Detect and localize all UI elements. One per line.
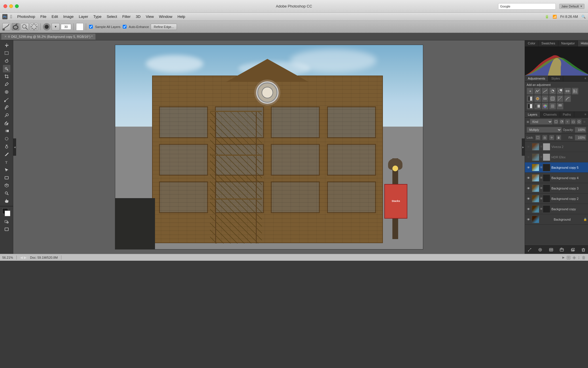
filter-pixel-icon[interactable] (553, 119, 559, 124)
brush-tool[interactable] (3, 96, 10, 104)
bottom-adj-icon[interactable]: ⊞ (566, 254, 571, 261)
new-layer-btn[interactable] (570, 247, 576, 253)
quick-selection-btn[interactable] (21, 23, 29, 31)
menu-select[interactable]: Select (104, 14, 119, 19)
menu-photoshop[interactable]: Photoshop (15, 14, 37, 19)
menu-3d[interactable]: 3D (133, 14, 143, 19)
rectangle-tool[interactable] (3, 174, 10, 181)
gradient-tool[interactable] (3, 127, 10, 135)
lock-image-btn[interactable] (542, 135, 547, 140)
adj-gradient-map[interactable] (534, 103, 541, 110)
panel-collapse-right[interactable]: ▶ (522, 138, 525, 156)
channels-tab[interactable]: Channels (540, 112, 560, 117)
color-swatches[interactable] (2, 208, 11, 217)
add-mask-btn[interactable] (548, 247, 554, 253)
brush-tool-btn[interactable] (2, 23, 10, 31)
adj-exposure[interactable] (549, 88, 556, 95)
google-search-input[interactable] (500, 5, 554, 8)
menu-edit[interactable]: Edit (49, 14, 60, 19)
layer-row-bg-copy[interactable]: 👁 ⛓ Background copy (525, 204, 588, 214)
history-brush-tool[interactable] (3, 112, 10, 119)
layer-vis-viveza2[interactable]: 👁 (526, 144, 531, 149)
adj-threshold[interactable] (527, 103, 534, 110)
lasso-tool-btn[interactable] (12, 23, 20, 31)
layer-vis-bg2[interactable]: 👁 (526, 196, 531, 201)
layer-vis-bg3[interactable]: 👁 (526, 186, 531, 191)
tab-close-icon[interactable]: ✕ (4, 35, 7, 38)
heal-tool[interactable] (3, 88, 10, 96)
paths-tab[interactable]: Paths (560, 112, 574, 117)
search-icon[interactable]: 🔍 (581, 15, 586, 19)
layer-kind-select[interactable]: Kind (530, 119, 553, 125)
document-tab[interactable]: ✕ ⊙ D62_5298.dng @ 56.2% (Background cop… (1, 33, 96, 40)
profile-label[interactable]: Jake Default (561, 5, 579, 8)
zoom-tool[interactable] (3, 189, 10, 197)
layer-vis-bgc[interactable]: 👁 (526, 207, 531, 211)
filter-type-icon[interactable]: T (565, 119, 570, 124)
layer-row-viveza2[interactable]: 👁 ⛓ Viveza 2 (525, 142, 588, 152)
profile-dropdown-icon[interactable]: ▼ (580, 5, 583, 8)
layers-tab[interactable]: Layers (525, 112, 540, 117)
adj-invert[interactable] (557, 95, 564, 102)
layer-vis-hdr[interactable]: 👁 (526, 155, 531, 159)
background-color[interactable] (5, 211, 10, 216)
panel-collapse-left[interactable]: ◀ (13, 138, 16, 156)
add-style-btn[interactable] (537, 247, 543, 253)
layers-panel-menu[interactable]: ≡ (583, 112, 588, 117)
eyedropper-tool[interactable] (3, 80, 10, 88)
menu-help[interactable]: Help (175, 14, 188, 19)
menu-filter[interactable]: Filter (120, 14, 133, 19)
adj-selective-color[interactable] (542, 103, 549, 110)
prev-page-btn[interactable]: ◀ (20, 256, 23, 260)
tab-navigator[interactable]: Navigator (558, 40, 578, 46)
lock-all-btn[interactable] (556, 135, 561, 140)
tab-swatches[interactable]: Swatches (538, 40, 558, 46)
3d-tool[interactable] (3, 182, 10, 189)
layer-row-bg-copy4[interactable]: 👁 ⛓ Background copy 4 (525, 173, 588, 183)
clone-stamp-tool[interactable] (3, 104, 10, 111)
bottom-trash-icon[interactable]: 🗑 (582, 255, 586, 260)
menu-layer[interactable]: Layer (77, 14, 91, 19)
lock-transparent-btn[interactable] (535, 135, 540, 140)
minimize-button[interactable] (9, 4, 13, 8)
adj-vibrance[interactable] (557, 88, 564, 95)
fill-input[interactable]: 100% (575, 135, 586, 140)
bottom-camera-icon[interactable]: ◈ (572, 255, 576, 260)
move-tool[interactable] (3, 42, 10, 49)
blur-tool[interactable] (3, 135, 10, 142)
quick-mask-btn[interactable] (3, 218, 10, 225)
adj-color-balance[interactable] (572, 88, 578, 95)
adj-color-lookup[interactable] (549, 95, 556, 102)
quick-selection-tool[interactable] (3, 65, 10, 72)
hand-tool[interactable] (3, 197, 10, 205)
menu-type[interactable]: Type (91, 14, 104, 19)
magic-wand-btn[interactable] (30, 23, 38, 31)
new-group-btn[interactable] (559, 247, 565, 253)
refine-edge-btn[interactable]: Refine Edge... (151, 24, 177, 30)
layer-filter-toggle[interactable]: ○ (583, 120, 586, 124)
menu-image[interactable]: Image (61, 14, 76, 19)
menu-window[interactable]: Window (157, 14, 175, 19)
layer-row-bg-copy5[interactable]: 👁 ⛓ Background copy 5 (525, 162, 588, 173)
filter-smartobj-icon[interactable] (576, 119, 582, 124)
adj-channel-mixer[interactable] (542, 95, 549, 102)
tab-color[interactable]: Color (525, 40, 538, 46)
next-page-btn[interactable]: ▶ (24, 256, 27, 260)
menu-file[interactable]: File (38, 14, 49, 19)
opacity-input[interactable]: 100% (575, 127, 586, 133)
dodge-tool[interactable] (3, 143, 10, 150)
layer-row-bg-copy2[interactable]: 👁 ⛓ Background copy 2 (525, 194, 588, 204)
adj-curves[interactable] (542, 88, 549, 95)
bottom-transform-icon[interactable]: ↕ (578, 255, 580, 260)
adj-gradient-fill[interactable] (557, 103, 564, 110)
pen-tool[interactable] (3, 151, 10, 158)
rectangular-marquee-tool[interactable] (3, 49, 10, 57)
screen-mode-btn[interactable] (3, 226, 10, 233)
adj-solid-color[interactable] (549, 103, 556, 110)
lock-position-btn[interactable] (549, 135, 554, 140)
adj-levels[interactable] (534, 88, 541, 95)
path-selection-tool[interactable] (3, 166, 10, 174)
filter-adj-icon[interactable] (559, 119, 564, 124)
tab-adjustments[interactable]: Adjustments (525, 76, 549, 81)
adj-panel-menu[interactable]: ≡ (583, 76, 588, 81)
